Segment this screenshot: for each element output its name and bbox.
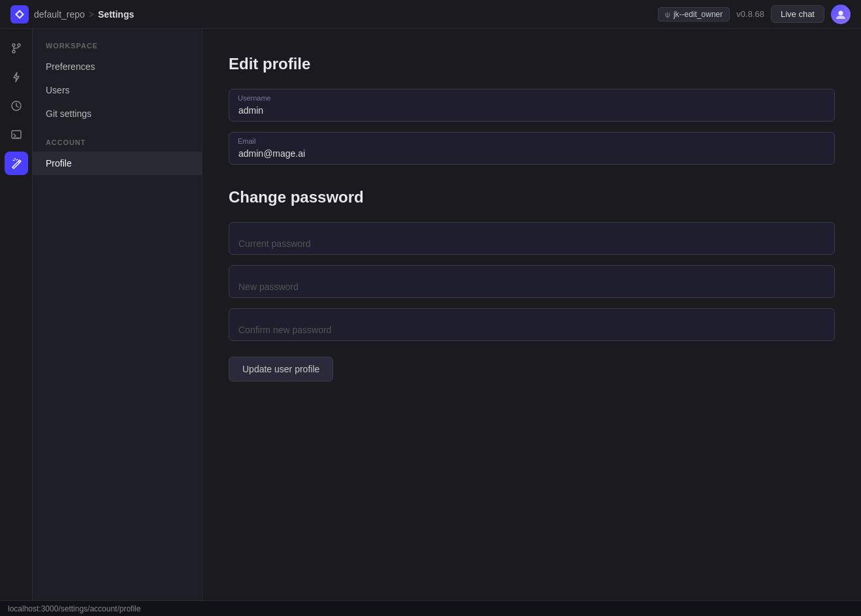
nav-sidebar: WORKSPACE Preferences Users Git settings…	[33, 29, 203, 600]
account-section-label: ACCOUNT	[33, 138, 202, 152]
workspace-section-label: WORKSPACE	[33, 42, 202, 55]
svg-point-0	[839, 10, 843, 15]
svg-point-2	[18, 44, 20, 46]
svg-rect-5	[12, 131, 21, 138]
repo-name[interactable]: default_repo	[34, 9, 85, 20]
current-password-group	[229, 222, 835, 255]
version-label: v0.8.68	[736, 9, 764, 19]
confirm-password-group	[229, 308, 835, 341]
email-field-group: Email	[229, 132, 835, 165]
topbar: default_repo > Settings ψ jk--edit_owner…	[0, 0, 861, 29]
current-password-input[interactable]	[229, 222, 835, 255]
git-icon-btn[interactable]	[5, 37, 28, 60]
icon-sidebar	[0, 29, 33, 600]
topbar-right: ψ jk--edit_owner v0.8.68 Live chat	[658, 5, 851, 24]
breadcrumb-sep: >	[89, 9, 94, 20]
status-bar: localhost:3000/settings/account/profile	[0, 600, 861, 616]
main-layout: WORKSPACE Preferences Users Git settings…	[0, 29, 861, 600]
terminal-icon-btn[interactable]	[5, 123, 28, 146]
nav-item-users[interactable]: Users	[33, 78, 202, 102]
svg-point-1	[12, 44, 15, 46]
avatar[interactable]	[831, 5, 851, 24]
edit-profile-title: Edit profile	[229, 55, 835, 73]
branch-label: jk--edit_owner	[674, 10, 723, 19]
breadcrumb: default_repo > Settings	[34, 9, 134, 20]
new-password-input[interactable]	[229, 265, 835, 298]
username-input[interactable]	[229, 89, 835, 122]
branch-icon: ψ	[665, 10, 670, 18]
confirm-password-input[interactable]	[229, 308, 835, 341]
status-url: localhost:3000/settings/account/profile	[8, 604, 140, 613]
change-password-title: Change password	[229, 188, 835, 206]
new-password-group	[229, 265, 835, 298]
update-user-profile-button[interactable]: Update user profile	[229, 357, 333, 381]
email-input[interactable]	[229, 132, 835, 165]
page-title: Settings	[98, 9, 134, 20]
live-chat-button[interactable]: Live chat	[771, 5, 824, 23]
nav-item-git-settings[interactable]: Git settings	[33, 102, 202, 125]
lightning-icon-btn[interactable]	[5, 65, 28, 89]
branch-badge[interactable]: ψ jk--edit_owner	[658, 7, 730, 22]
clock-icon-btn[interactable]	[5, 94, 28, 118]
svg-point-3	[12, 50, 15, 53]
nav-item-profile[interactable]: Profile	[33, 152, 202, 175]
nav-item-preferences[interactable]: Preferences	[33, 55, 202, 78]
topbar-left: default_repo > Settings	[10, 5, 134, 24]
username-field-group: Username	[229, 89, 835, 122]
logo[interactable]	[10, 5, 29, 24]
content-area: Edit profile Username Email Change passw…	[203, 29, 861, 600]
wand-icon-btn[interactable]	[5, 152, 28, 175]
